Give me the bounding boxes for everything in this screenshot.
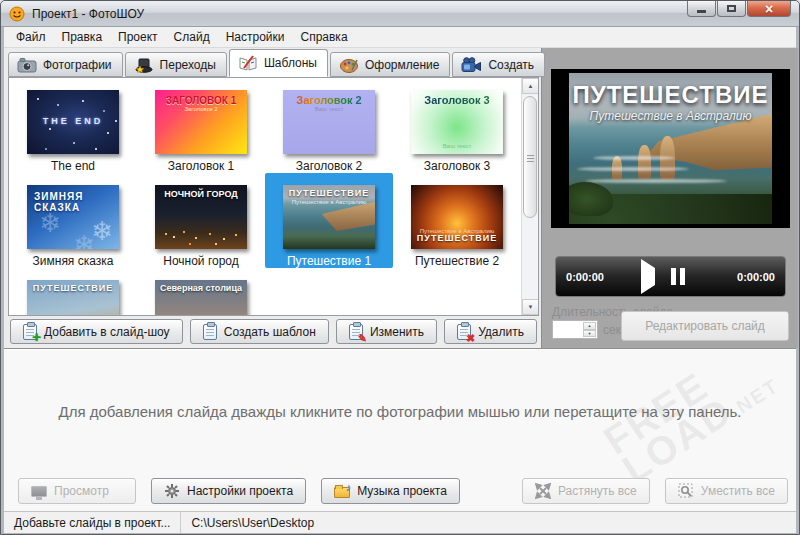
project-music-button[interactable]: Музыка проекта xyxy=(321,478,460,504)
stretch-arrows-icon xyxy=(535,483,551,499)
scrollbar-thumb[interactable] xyxy=(523,96,537,218)
button-label: Настройки проекта xyxy=(187,484,293,498)
template-item-header1[interactable]: ЗАГОЛОВОК 1 Заголовок 2 Заголовок 1 xyxy=(137,78,265,173)
template-item-travel3-partial[interactable]: ПУТЕШЕСТВИЕ xyxy=(9,268,137,316)
button-label: Просмотр xyxy=(54,484,109,498)
preview-slide-title: ПУТЕШЕСТВИЕ xyxy=(569,81,772,109)
template-thumbnail[interactable]: ПУТЕШЕСТВИЕ Путешествие в Австралию xyxy=(283,185,375,249)
tab-label: Фотографии xyxy=(43,58,112,72)
template-thumbnail[interactable]: НОЧНОЙ ГОРОД xyxy=(155,185,247,249)
menu-help[interactable]: Справка xyxy=(292,28,355,46)
tab-templates[interactable]: Шаблоны xyxy=(229,49,328,77)
tab-transitions[interactable]: Переходы xyxy=(125,52,227,77)
template-thumbnail[interactable]: Северная столица xyxy=(155,280,247,316)
template-item-header2[interactable]: Заголовок 2 Ваш текст Заголовок 2 xyxy=(265,78,393,173)
template-actions: Добавить в слайд-шоу Создать шаблон Изме… xyxy=(8,319,539,344)
template-item-night-city[interactable]: НОЧНОЙ ГОРОД Ночной город xyxy=(137,173,265,268)
button-label: Добавить в слайд-шоу xyxy=(44,325,170,339)
minimize-button[interactable] xyxy=(687,1,716,17)
tab-strip: Фотографии Переходы Шаблоны xyxy=(8,49,547,77)
play-button[interactable] xyxy=(641,268,655,286)
drop-hint-text: Для добавления слайда дважды кликните по… xyxy=(4,403,796,420)
close-button[interactable] xyxy=(747,1,791,17)
menu-slide[interactable]: Слайд xyxy=(166,28,218,46)
template-item-travel2[interactable]: Путешествие в Австралию ПУТЕШЕСТВИЕ Путе… xyxy=(393,173,521,268)
preview-button[interactable]: Просмотр xyxy=(18,478,136,504)
template-thumbnail[interactable]: ПУТЕШЕСТВИЕ xyxy=(27,280,119,316)
tab-create[interactable]: Создать xyxy=(452,52,545,77)
button-label: Уместить все xyxy=(701,484,775,498)
delete-template-button[interactable]: Удалить xyxy=(444,319,537,344)
spin-up-button[interactable] xyxy=(583,322,596,330)
template-thumbnail[interactable]: Путешествие в Австралию ПУТЕШЕСТВИЕ xyxy=(411,185,503,249)
thumb-title: Заголовок 2 xyxy=(283,94,375,106)
spin-down-button[interactable] xyxy=(583,330,596,338)
templates-scrollbar[interactable] xyxy=(521,78,538,315)
close-icon xyxy=(765,0,773,18)
create-template-button[interactable]: Создать шаблон xyxy=(190,319,329,344)
button-label: Создать шаблон xyxy=(224,325,316,339)
menu-settings[interactable]: Настройки xyxy=(218,28,293,46)
tab-photos[interactable]: Фотографии xyxy=(8,52,123,77)
button-label: Изменить xyxy=(370,325,424,339)
project-settings-button[interactable]: Настройки проекта xyxy=(151,478,306,504)
tab-design[interactable]: Оформление xyxy=(330,52,450,77)
clipboard-delete-icon xyxy=(457,324,471,340)
template-thumbnail[interactable]: ЗИМНЯЯ СКАЗКА xyxy=(27,185,119,249)
fit-all-button[interactable]: Уместить все xyxy=(665,478,788,504)
template-thumbnail[interactable]: THE END xyxy=(27,90,119,154)
scrollbar-grip xyxy=(527,155,534,156)
stretch-all-button[interactable]: Растянуть все xyxy=(522,478,650,504)
thumb-title: THE END xyxy=(43,117,104,127)
tab-label: Шаблоны xyxy=(264,56,317,70)
template-label: The end xyxy=(9,159,137,173)
menu-edit[interactable]: Правка xyxy=(54,28,111,46)
template-thumbnail[interactable]: ЗАГОЛОВОК 1 Заголовок 2 xyxy=(155,90,247,154)
menu-file[interactable]: Файл xyxy=(8,28,54,46)
template-thumbnail[interactable]: Заголовок 3 Ваш текст xyxy=(411,90,503,154)
bottom-toolbar: Просмотр Настройки проекта Музыка xyxy=(18,478,788,504)
template-book-icon xyxy=(238,55,258,72)
thumb-subtitle: Ваш текст xyxy=(283,106,375,112)
button-label: Растянуть все xyxy=(558,484,637,498)
template-item-header3[interactable]: Заголовок 3 Ваш текст Заголовок 3 xyxy=(393,78,521,173)
duration-spinbox[interactable] xyxy=(552,320,598,339)
template-label: Заголовок 2 xyxy=(265,159,393,173)
pause-button[interactable] xyxy=(671,268,685,285)
menubar: Файл Правка Проект Слайд Настройки Справ… xyxy=(4,27,796,48)
preview-viewport: ПУТЕШЕСТВИЕ Путешествие в Австралию xyxy=(551,69,790,228)
tab-label: Создать xyxy=(488,58,534,72)
gear-icon xyxy=(164,483,180,499)
clipboard-icon xyxy=(203,324,217,340)
preview-panel: ПУТЕШЕСТВИЕ Путешествие в Австралию 0:00… xyxy=(541,48,798,348)
template-label: Ночной город xyxy=(137,254,265,268)
maximize-icon xyxy=(727,5,736,12)
status-message: Добавьте слайды в проект... xyxy=(4,512,181,533)
slides-drop-panel[interactable]: FREE LOAD.NET Для добавления слайда дваж… xyxy=(4,348,796,511)
add-to-slideshow-button[interactable]: Добавить в слайд-шоу xyxy=(10,319,183,344)
palette-icon xyxy=(339,57,359,73)
template-item-the-end[interactable]: THE END The end xyxy=(9,78,137,173)
edit-template-button[interactable]: Изменить xyxy=(336,319,437,344)
tab-label: Оформление xyxy=(365,58,439,72)
maximize-button[interactable] xyxy=(717,1,746,17)
template-item-winter-tale[interactable]: ЗИМНЯЯ СКАЗКА Зимняя сказка xyxy=(9,173,137,268)
template-item-travel1-selected[interactable]: ПУТЕШЕСТВИЕ Путешествие в Австралию Путе… xyxy=(265,173,393,268)
scrollbar-down-arrow[interactable] xyxy=(522,299,539,315)
foam-graphic xyxy=(585,179,727,183)
camera-icon xyxy=(17,57,37,73)
app-window: Проект1 - ФотоШОУ Файл Правка Проект Сла… xyxy=(0,0,800,535)
template-item-north-capital-partial[interactable]: Северная столица xyxy=(137,268,265,316)
status-path: C:\Users\User\Desktop xyxy=(181,512,324,533)
video-camera-icon xyxy=(461,57,482,73)
template-thumbnail[interactable]: Заголовок 2 Ваш текст xyxy=(283,90,375,154)
templates-panel: THE END The end ЗАГОЛОВОК 1 Заголовок 2 … xyxy=(8,77,539,316)
duration-input[interactable] xyxy=(554,322,582,337)
thumb-subtitle: Заголовок 2 xyxy=(155,106,247,112)
foam-graphic xyxy=(577,167,689,171)
menu-project[interactable]: Проект xyxy=(110,28,166,46)
thumb-title: ЗИМНЯЯ СКАЗКА xyxy=(34,191,90,213)
scrollbar-up-arrow[interactable] xyxy=(522,78,539,94)
music-folder-icon xyxy=(334,487,350,498)
edit-slide-button[interactable]: Редактировать слайд xyxy=(621,311,789,341)
